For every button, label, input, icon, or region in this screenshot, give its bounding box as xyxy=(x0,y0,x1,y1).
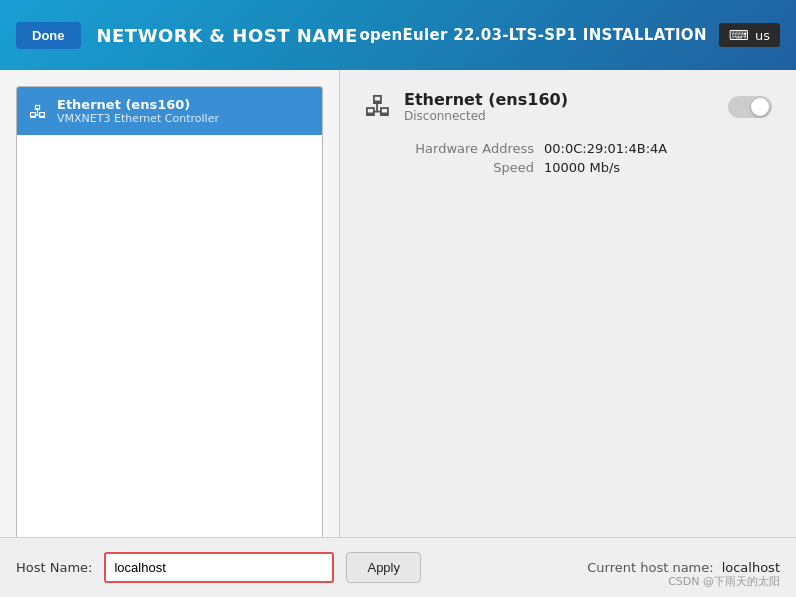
header-right: openEuler 22.03-LTS-SP1 INSTALLATION ⌨ u… xyxy=(359,23,780,47)
current-host-area: Current host name: localhost xyxy=(587,560,780,575)
network-item-name: Ethernet (ens160) xyxy=(57,97,219,112)
network-item-controller: VMXNET3 Ethernet Controller xyxy=(57,112,219,125)
device-name: Ethernet (ens160) xyxy=(404,90,568,109)
speed-label: Speed xyxy=(404,160,534,175)
speed-row: Speed 10000 Mb/s xyxy=(404,160,772,175)
device-header: 🖧 Ethernet (ens160) Disconnected xyxy=(364,90,772,123)
hardware-address-row: Hardware Address 00:0C:29:01:4B:4A xyxy=(404,141,772,156)
keyboard-badge[interactable]: ⌨ us xyxy=(719,23,780,47)
network-device-icon: 🖧 xyxy=(29,101,47,122)
ethernet-toggle[interactable] xyxy=(728,96,772,118)
keyboard-layout: us xyxy=(755,28,770,43)
current-host-label: Current host name: xyxy=(587,560,713,575)
network-list-item[interactable]: 🖧 Ethernet (ens160) VMXNET3 Ethernet Con… xyxy=(17,87,322,135)
device-details: Hardware Address 00:0C:29:01:4B:4A Speed… xyxy=(404,141,772,179)
header: Done NETWORK & HOST NAME openEuler 22.03… xyxy=(0,0,796,70)
done-button[interactable]: Done xyxy=(16,22,81,49)
host-name-input[interactable] xyxy=(104,552,334,583)
device-title-area: 🖧 Ethernet (ens160) Disconnected xyxy=(364,90,568,123)
host-name-label: Host Name: xyxy=(16,560,92,575)
speed-value: 10000 Mb/s xyxy=(544,160,620,175)
watermark: CSDN @下雨天的太阳 xyxy=(668,574,780,589)
left-panel: 🖧 Ethernet (ens160) VMXNET3 Ethernet Con… xyxy=(0,70,340,597)
apply-button[interactable]: Apply xyxy=(346,552,421,583)
page-title: NETWORK & HOST NAME xyxy=(97,25,358,46)
current-host-value: localhost xyxy=(722,560,780,575)
device-status: Disconnected xyxy=(404,109,568,123)
device-icon: 🖧 xyxy=(364,90,392,123)
keyboard-icon: ⌨ xyxy=(729,27,749,43)
right-panel: 🖧 Ethernet (ens160) Disconnected Hardwar… xyxy=(340,70,796,597)
main-content: 🖧 Ethernet (ens160) VMXNET3 Ethernet Con… xyxy=(0,70,796,597)
install-title: openEuler 22.03-LTS-SP1 INSTALLATION xyxy=(359,26,706,44)
hardware-address-value: 00:0C:29:01:4B:4A xyxy=(544,141,667,156)
hardware-address-label: Hardware Address xyxy=(404,141,534,156)
device-info: Ethernet (ens160) Disconnected xyxy=(404,90,568,123)
network-list: 🖧 Ethernet (ens160) VMXNET3 Ethernet Con… xyxy=(16,86,323,550)
network-item-info: Ethernet (ens160) VMXNET3 Ethernet Contr… xyxy=(57,97,219,125)
